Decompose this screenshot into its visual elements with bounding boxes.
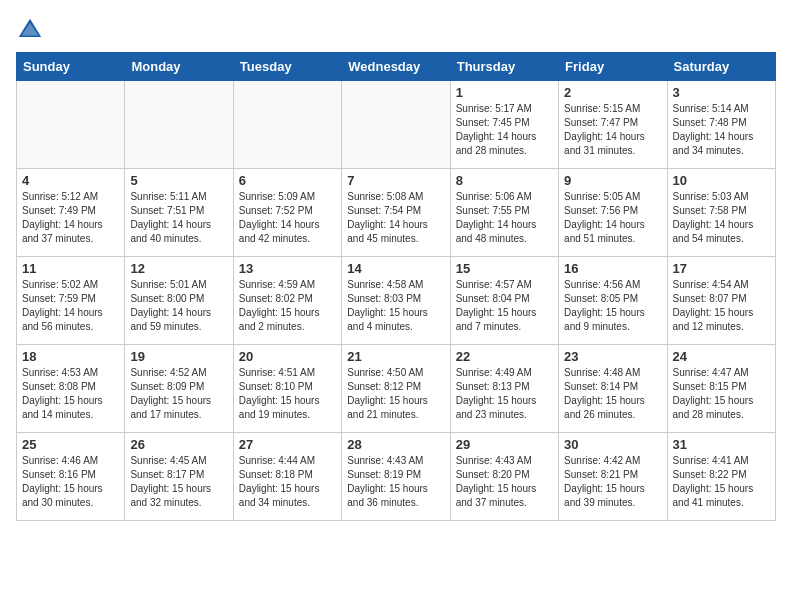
calendar-cell: 8Sunrise: 5:06 AM Sunset: 7:55 PM Daylig… <box>450 169 558 257</box>
day-info: Sunrise: 4:58 AM Sunset: 8:03 PM Dayligh… <box>347 278 444 334</box>
day-number: 7 <box>347 173 444 188</box>
calendar-cell: 18Sunrise: 4:53 AM Sunset: 8:08 PM Dayli… <box>17 345 125 433</box>
day-number: 3 <box>673 85 770 100</box>
calendar-cell: 24Sunrise: 4:47 AM Sunset: 8:15 PM Dayli… <box>667 345 775 433</box>
day-info: Sunrise: 5:01 AM Sunset: 8:00 PM Dayligh… <box>130 278 227 334</box>
calendar-cell: 20Sunrise: 4:51 AM Sunset: 8:10 PM Dayli… <box>233 345 341 433</box>
day-number: 31 <box>673 437 770 452</box>
calendar-cell: 2Sunrise: 5:15 AM Sunset: 7:47 PM Daylig… <box>559 81 667 169</box>
day-info: Sunrise: 5:06 AM Sunset: 7:55 PM Dayligh… <box>456 190 553 246</box>
calendar-header-row: SundayMondayTuesdayWednesdayThursdayFrid… <box>17 53 776 81</box>
day-number: 17 <box>673 261 770 276</box>
day-number: 23 <box>564 349 661 364</box>
calendar-cell: 1Sunrise: 5:17 AM Sunset: 7:45 PM Daylig… <box>450 81 558 169</box>
day-info: Sunrise: 4:46 AM Sunset: 8:16 PM Dayligh… <box>22 454 119 510</box>
day-number: 5 <box>130 173 227 188</box>
day-info: Sunrise: 5:11 AM Sunset: 7:51 PM Dayligh… <box>130 190 227 246</box>
day-number: 18 <box>22 349 119 364</box>
day-info: Sunrise: 4:42 AM Sunset: 8:21 PM Dayligh… <box>564 454 661 510</box>
page-header <box>16 16 776 44</box>
day-info: Sunrise: 4:50 AM Sunset: 8:12 PM Dayligh… <box>347 366 444 422</box>
day-of-week-header: Monday <box>125 53 233 81</box>
day-number: 27 <box>239 437 336 452</box>
day-number: 10 <box>673 173 770 188</box>
day-number: 25 <box>22 437 119 452</box>
calendar-cell: 12Sunrise: 5:01 AM Sunset: 8:00 PM Dayli… <box>125 257 233 345</box>
day-info: Sunrise: 4:59 AM Sunset: 8:02 PM Dayligh… <box>239 278 336 334</box>
day-of-week-header: Tuesday <box>233 53 341 81</box>
calendar-cell: 22Sunrise: 4:49 AM Sunset: 8:13 PM Dayli… <box>450 345 558 433</box>
calendar-cell: 26Sunrise: 4:45 AM Sunset: 8:17 PM Dayli… <box>125 433 233 521</box>
day-number: 19 <box>130 349 227 364</box>
day-number: 9 <box>564 173 661 188</box>
day-info: Sunrise: 4:47 AM Sunset: 8:15 PM Dayligh… <box>673 366 770 422</box>
calendar-cell <box>342 81 450 169</box>
day-number: 24 <box>673 349 770 364</box>
day-info: Sunrise: 4:52 AM Sunset: 8:09 PM Dayligh… <box>130 366 227 422</box>
calendar-cell: 29Sunrise: 4:43 AM Sunset: 8:20 PM Dayli… <box>450 433 558 521</box>
day-number: 2 <box>564 85 661 100</box>
calendar-cell <box>233 81 341 169</box>
calendar-cell: 10Sunrise: 5:03 AM Sunset: 7:58 PM Dayli… <box>667 169 775 257</box>
week-row: 1Sunrise: 5:17 AM Sunset: 7:45 PM Daylig… <box>17 81 776 169</box>
logo-icon <box>16 16 44 44</box>
day-of-week-header: Sunday <box>17 53 125 81</box>
day-of-week-header: Saturday <box>667 53 775 81</box>
calendar-cell <box>17 81 125 169</box>
day-number: 26 <box>130 437 227 452</box>
day-number: 15 <box>456 261 553 276</box>
calendar-cell: 5Sunrise: 5:11 AM Sunset: 7:51 PM Daylig… <box>125 169 233 257</box>
day-info: Sunrise: 5:12 AM Sunset: 7:49 PM Dayligh… <box>22 190 119 246</box>
calendar-cell: 16Sunrise: 4:56 AM Sunset: 8:05 PM Dayli… <box>559 257 667 345</box>
day-number: 22 <box>456 349 553 364</box>
logo <box>16 16 48 44</box>
calendar-cell: 17Sunrise: 4:54 AM Sunset: 8:07 PM Dayli… <box>667 257 775 345</box>
calendar-cell: 21Sunrise: 4:50 AM Sunset: 8:12 PM Dayli… <box>342 345 450 433</box>
day-info: Sunrise: 5:09 AM Sunset: 7:52 PM Dayligh… <box>239 190 336 246</box>
day-info: Sunrise: 4:41 AM Sunset: 8:22 PM Dayligh… <box>673 454 770 510</box>
calendar-table: SundayMondayTuesdayWednesdayThursdayFrid… <box>16 52 776 521</box>
day-number: 12 <box>130 261 227 276</box>
day-info: Sunrise: 4:45 AM Sunset: 8:17 PM Dayligh… <box>130 454 227 510</box>
calendar-cell: 3Sunrise: 5:14 AM Sunset: 7:48 PM Daylig… <box>667 81 775 169</box>
day-info: Sunrise: 4:51 AM Sunset: 8:10 PM Dayligh… <box>239 366 336 422</box>
day-info: Sunrise: 5:17 AM Sunset: 7:45 PM Dayligh… <box>456 102 553 158</box>
day-number: 6 <box>239 173 336 188</box>
week-row: 18Sunrise: 4:53 AM Sunset: 8:08 PM Dayli… <box>17 345 776 433</box>
day-number: 4 <box>22 173 119 188</box>
day-info: Sunrise: 4:43 AM Sunset: 8:20 PM Dayligh… <box>456 454 553 510</box>
week-row: 4Sunrise: 5:12 AM Sunset: 7:49 PM Daylig… <box>17 169 776 257</box>
calendar-cell: 11Sunrise: 5:02 AM Sunset: 7:59 PM Dayli… <box>17 257 125 345</box>
day-number: 1 <box>456 85 553 100</box>
day-number: 8 <box>456 173 553 188</box>
calendar-cell: 23Sunrise: 4:48 AM Sunset: 8:14 PM Dayli… <box>559 345 667 433</box>
calendar-cell: 14Sunrise: 4:58 AM Sunset: 8:03 PM Dayli… <box>342 257 450 345</box>
day-number: 20 <box>239 349 336 364</box>
calendar-cell: 15Sunrise: 4:57 AM Sunset: 8:04 PM Dayli… <box>450 257 558 345</box>
day-info: Sunrise: 4:44 AM Sunset: 8:18 PM Dayligh… <box>239 454 336 510</box>
day-info: Sunrise: 5:15 AM Sunset: 7:47 PM Dayligh… <box>564 102 661 158</box>
day-of-week-header: Friday <box>559 53 667 81</box>
day-info: Sunrise: 5:14 AM Sunset: 7:48 PM Dayligh… <box>673 102 770 158</box>
day-info: Sunrise: 4:43 AM Sunset: 8:19 PM Dayligh… <box>347 454 444 510</box>
day-of-week-header: Thursday <box>450 53 558 81</box>
day-number: 16 <box>564 261 661 276</box>
calendar-cell <box>125 81 233 169</box>
day-info: Sunrise: 5:05 AM Sunset: 7:56 PM Dayligh… <box>564 190 661 246</box>
day-number: 28 <box>347 437 444 452</box>
calendar-cell: 7Sunrise: 5:08 AM Sunset: 7:54 PM Daylig… <box>342 169 450 257</box>
day-number: 21 <box>347 349 444 364</box>
calendar-cell: 27Sunrise: 4:44 AM Sunset: 8:18 PM Dayli… <box>233 433 341 521</box>
calendar-cell: 13Sunrise: 4:59 AM Sunset: 8:02 PM Dayli… <box>233 257 341 345</box>
day-info: Sunrise: 4:53 AM Sunset: 8:08 PM Dayligh… <box>22 366 119 422</box>
day-number: 29 <box>456 437 553 452</box>
day-of-week-header: Wednesday <box>342 53 450 81</box>
day-info: Sunrise: 4:54 AM Sunset: 8:07 PM Dayligh… <box>673 278 770 334</box>
calendar-cell: 31Sunrise: 4:41 AM Sunset: 8:22 PM Dayli… <box>667 433 775 521</box>
calendar-cell: 28Sunrise: 4:43 AM Sunset: 8:19 PM Dayli… <box>342 433 450 521</box>
day-info: Sunrise: 4:56 AM Sunset: 8:05 PM Dayligh… <box>564 278 661 334</box>
day-info: Sunrise: 4:48 AM Sunset: 8:14 PM Dayligh… <box>564 366 661 422</box>
week-row: 25Sunrise: 4:46 AM Sunset: 8:16 PM Dayli… <box>17 433 776 521</box>
day-info: Sunrise: 4:49 AM Sunset: 8:13 PM Dayligh… <box>456 366 553 422</box>
day-info: Sunrise: 4:57 AM Sunset: 8:04 PM Dayligh… <box>456 278 553 334</box>
